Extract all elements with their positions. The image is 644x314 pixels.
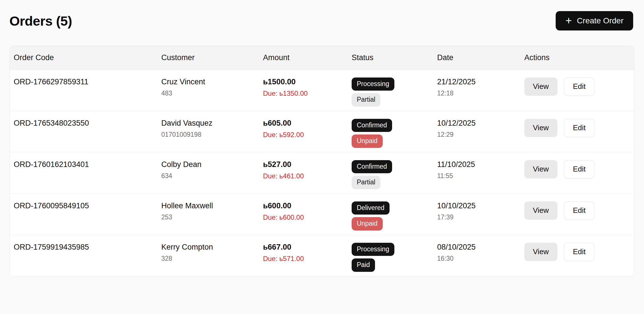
payment-status-line: Unpaid — [352, 134, 429, 148]
view-button[interactable]: View — [524, 160, 557, 178]
amount-cell: ь1500.00 Due: ь1350.00 — [259, 70, 348, 111]
customer-name: David Vasquez — [161, 119, 255, 128]
status-cell: Processing Paid — [348, 235, 433, 276]
payment-status-line: Paid — [352, 258, 429, 272]
table-row: ORD-1759919435985 Kerry Compton 328 ь667… — [10, 235, 634, 276]
order-amount: ь600.00 — [263, 201, 344, 210]
plus-icon: + — [565, 15, 572, 26]
amount-cell: ь667.00 Due: ь571.00 — [259, 235, 348, 276]
payment-status-line: Unpaid — [352, 217, 429, 231]
table-body: ORD-1766297859311 Cruz Vincent 483 ь1500… — [10, 70, 634, 276]
page-title: Orders (5) — [9, 13, 72, 29]
customer-cell: Cruz Vincent 483 — [157, 70, 259, 111]
table-row: ORD-1760095849105 Hollee Maxwell 253 ь60… — [10, 193, 634, 235]
actions-cell: View Edit — [520, 70, 634, 111]
status-cell: Delivered Unpaid — [348, 193, 433, 235]
payment-status-line: Partial — [352, 176, 429, 189]
table-row: ORD-1760162103401 Colby Dean 634 ь527.00… — [10, 152, 634, 193]
payment-status-badge: Paid — [352, 258, 375, 272]
amount-cell: ь527.00 Due: ь461.00 — [259, 152, 348, 193]
order-date: 21/12/2025 — [437, 78, 516, 86]
date-cell: 10/12/2025 12:29 — [433, 111, 520, 152]
order-due-amount: Due: ь571.00 — [263, 255, 344, 263]
column-header-amount: Amount — [259, 46, 348, 70]
actions-cell: View Edit — [520, 152, 634, 193]
order-status-line: Confirmed — [352, 119, 429, 132]
order-amount: ь667.00 — [263, 243, 344, 252]
edit-button[interactable]: Edit — [564, 78, 594, 96]
status-cell: Confirmed Partial — [348, 152, 433, 193]
column-header-actions: Actions — [520, 46, 634, 70]
customer-cell: David Vasquez 01701009198 — [157, 111, 259, 152]
customer-contact: 328 — [161, 255, 255, 262]
amount-cell: ь605.00 Due: ь592.00 — [259, 111, 348, 152]
customer-cell: Colby Dean 634 — [157, 152, 259, 193]
order-time: 12:18 — [437, 89, 516, 97]
payment-status-badge: Partial — [352, 93, 380, 107]
customer-contact: 01701009198 — [161, 131, 255, 138]
date-cell: 21/12/2025 12:18 — [433, 70, 520, 111]
order-status-line: Processing — [352, 243, 429, 256]
order-status-line: Confirmed — [352, 160, 429, 174]
date-cell: 08/10/2025 16:30 — [433, 235, 520, 276]
customer-name: Colby Dean — [161, 160, 255, 169]
column-header-customer: Customer — [157, 46, 259, 70]
table-header: Order Code Customer Amount Status Date A… — [10, 46, 634, 70]
customer-name: Cruz Vincent — [161, 78, 255, 86]
edit-button[interactable]: Edit — [564, 201, 594, 220]
order-code: ORD-1760162103401 — [14, 160, 89, 169]
order-amount: ь605.00 — [263, 119, 344, 128]
view-button[interactable]: View — [524, 78, 557, 96]
order-time: 17:39 — [437, 213, 516, 221]
order-status-badge: Processing — [352, 78, 394, 91]
order-status-badge: Delivered — [352, 201, 390, 215]
order-due-amount: Due: ь461.00 — [263, 172, 344, 180]
view-button[interactable]: View — [524, 201, 557, 220]
column-header-order-code: Order Code — [10, 46, 157, 70]
order-code-cell: ORD-1766297859311 — [10, 70, 157, 111]
date-cell: 11/10/2025 11:55 — [433, 152, 520, 193]
order-status-badge: Confirmed — [352, 160, 392, 174]
orders-table-card: Order Code Customer Amount Status Date A… — [9, 46, 634, 276]
edit-button[interactable]: Edit — [564, 160, 594, 178]
customer-cell: Hollee Maxwell 253 — [157, 193, 259, 235]
page-header: Orders (5) + Create Order — [0, 0, 644, 46]
payment-status-badge: Partial — [352, 176, 380, 189]
table-row: ORD-1766297859311 Cruz Vincent 483 ь1500… — [10, 70, 634, 111]
table-header-row: Order Code Customer Amount Status Date A… — [10, 46, 634, 70]
column-header-date: Date — [433, 46, 520, 70]
order-status-badge: Processing — [352, 243, 394, 256]
date-cell: 10/10/2025 17:39 — [433, 193, 520, 235]
order-code-cell: ORD-1760162103401 — [10, 152, 157, 193]
create-order-label: Create Order — [577, 16, 623, 25]
payment-status-badge: Unpaid — [352, 134, 383, 148]
order-date: 11/10/2025 — [437, 160, 516, 169]
customer-cell: Kerry Compton 328 — [157, 235, 259, 276]
create-order-button[interactable]: + Create Order — [556, 11, 633, 30]
order-code-cell: ORD-1760095849105 — [10, 193, 157, 235]
customer-contact: 634 — [161, 172, 255, 180]
view-button[interactable]: View — [524, 119, 557, 137]
order-amount: ь1500.00 — [263, 78, 344, 86]
view-button[interactable]: View — [524, 243, 557, 261]
order-code-cell: ORD-1759919435985 — [10, 235, 157, 276]
order-due-amount: Due: ь600.00 — [263, 213, 344, 221]
order-date: 10/12/2025 — [437, 119, 516, 128]
customer-contact: 483 — [161, 89, 255, 97]
status-cell: Processing Partial — [348, 70, 433, 111]
order-status-line: Delivered — [352, 201, 429, 215]
edit-button[interactable]: Edit — [564, 119, 594, 137]
actions-cell: View Edit — [520, 235, 634, 276]
edit-button[interactable]: Edit — [564, 243, 594, 261]
order-due-amount: Due: ь592.00 — [263, 131, 344, 139]
order-code: ORD-1760095849105 — [14, 201, 89, 210]
order-amount: ь527.00 — [263, 160, 344, 169]
actions-cell: View Edit — [520, 111, 634, 152]
order-code: ORD-1765348023550 — [14, 119, 89, 127]
order-date: 10/10/2025 — [437, 201, 516, 210]
customer-name: Kerry Compton — [161, 243, 255, 252]
customer-contact: 253 — [161, 213, 255, 221]
column-header-status: Status — [348, 46, 433, 70]
order-due-amount: Due: ь1350.00 — [263, 89, 344, 97]
orders-table: Order Code Customer Amount Status Date A… — [10, 46, 634, 276]
